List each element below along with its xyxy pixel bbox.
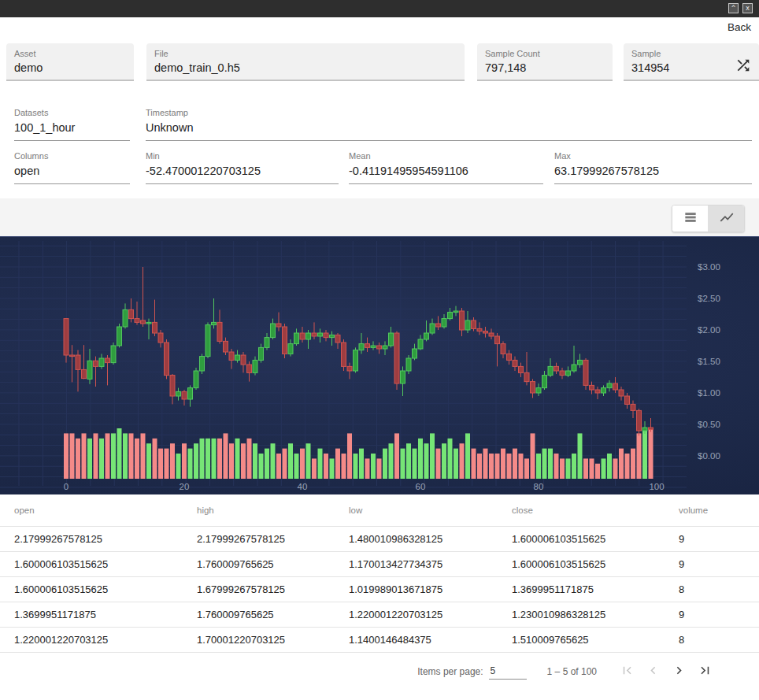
table-cell: 1.510009765625 xyxy=(498,628,665,653)
timestamp-field: Timestamp Unknown xyxy=(146,107,752,141)
window-close-icon[interactable]: x xyxy=(742,3,753,13)
asset-field-value: demo xyxy=(14,61,43,74)
table-cell: 1.170013427734375 xyxy=(335,552,498,577)
table-cell: 1.480010986328125 xyxy=(335,527,498,552)
min-field-label: Min xyxy=(146,150,339,161)
first-page-button[interactable] xyxy=(614,659,640,685)
ohlcv-table-section: openhighlowclosevolume 2.179992675781252… xyxy=(0,494,759,653)
sample-count-field: Sample Count 797,148 xyxy=(477,43,613,81)
datasets-field-label: Datasets xyxy=(14,107,130,117)
view-toggle-group xyxy=(672,205,745,232)
table-cell: 8 xyxy=(665,628,759,653)
sample-count-field-label: Sample Count xyxy=(485,49,540,58)
svg-text:80: 80 xyxy=(534,482,544,491)
column-header-close: close xyxy=(498,494,665,527)
max-field: Max 63.17999267578125 xyxy=(554,150,752,184)
candlestick-chart[interactable]: $3.00$2.50$2.00$1.50$1.00$0.50$0.0002040… xyxy=(0,237,759,494)
table-cell: 1.760009765625 xyxy=(183,602,335,628)
ohlcv-table: openhighlowclosevolume 2.179992675781252… xyxy=(0,494,759,653)
timestamp-field-value: Unknown xyxy=(146,121,752,134)
table-header-row: openhighlowclosevolume xyxy=(0,494,759,527)
table-row: 2.179992675781252.179992675781251.480010… xyxy=(0,527,759,552)
chevron-right-icon xyxy=(672,663,687,680)
svg-text:$1.50: $1.50 xyxy=(698,357,720,366)
table-cell: 1.1400146484375 xyxy=(335,628,498,653)
table-cell: 1.760009765625 xyxy=(183,552,335,577)
asset-field[interactable]: Asset demo xyxy=(6,43,134,81)
table-row: 1.36999511718751.7600097656251.220001220… xyxy=(0,602,759,628)
mean-field: Mean -0.41191495954591106 xyxy=(349,150,543,184)
datasets-field[interactable]: Datasets 100_1_hour xyxy=(14,107,130,141)
svg-text:40: 40 xyxy=(298,482,308,491)
shuffle-icon[interactable] xyxy=(735,57,752,74)
svg-text:$0.00: $0.00 xyxy=(698,451,720,461)
table-cell: 1.600006103515625 xyxy=(498,552,665,577)
sample-field[interactable]: Sample 314954 xyxy=(624,43,759,81)
chart-view-button[interactable] xyxy=(708,206,744,231)
table-cell: 1.3699951171875 xyxy=(498,577,665,602)
window-restore-icon[interactable]: ^ xyxy=(728,3,739,13)
svg-text:$1.00: $1.00 xyxy=(698,388,720,398)
asset-field-label: Asset xyxy=(14,49,36,58)
list-view-button[interactable] xyxy=(672,206,708,231)
first-page-icon xyxy=(620,663,635,680)
min-field: Min -52.470001220703125 xyxy=(146,150,339,184)
table-cell: 1.3699951171875 xyxy=(0,602,183,628)
column-header-open: open xyxy=(0,494,183,527)
sample-count-field-value: 797,148 xyxy=(485,61,526,74)
table-cell: 2.17999267578125 xyxy=(0,527,183,552)
column-header-low: low xyxy=(335,494,498,527)
next-page-button[interactable] xyxy=(666,659,692,685)
chart-toolbar xyxy=(0,198,759,236)
last-page-button[interactable] xyxy=(692,659,718,685)
table-cell: 1.600006103515625 xyxy=(0,552,183,577)
svg-text:$3.00: $3.00 xyxy=(698,262,720,272)
window-titlebar: ^ x xyxy=(0,0,759,17)
paginator: Items per page: 5 1 – 5 of 100 xyxy=(0,654,759,690)
table-cell: 1.019989013671875 xyxy=(335,577,498,602)
svg-text:$0.50: $0.50 xyxy=(698,420,720,429)
table-row: 1.2200012207031251.700012207031251.14001… xyxy=(0,628,759,653)
list-view-icon xyxy=(683,209,698,228)
svg-text:60: 60 xyxy=(416,482,426,491)
table-cell: 9 xyxy=(665,552,759,577)
min-field-value: -52.470001220703125 xyxy=(146,165,339,177)
paginator-range-label: 1 – 5 of 100 xyxy=(547,666,597,677)
table-cell: 1.67999267578125 xyxy=(183,577,335,602)
svg-text:$2.00: $2.00 xyxy=(698,325,720,335)
timestamp-field-label: Timestamp xyxy=(146,107,752,117)
sample-field-label: Sample xyxy=(631,49,661,58)
table-cell: 1.600006103515625 xyxy=(0,577,183,602)
svg-text:0: 0 xyxy=(64,482,68,491)
table-cell: 8 xyxy=(665,577,759,602)
candlestick-chart-panel: $3.00$2.50$2.00$1.50$1.00$0.50$0.0002040… xyxy=(0,236,759,494)
back-button[interactable]: Back xyxy=(728,21,751,33)
table-cell: 9 xyxy=(665,602,759,628)
table-cell: 1.70001220703125 xyxy=(183,628,335,653)
chevron-left-icon xyxy=(646,663,661,680)
table-cell: 1.600006103515625 xyxy=(498,527,665,552)
sample-field-value: 314954 xyxy=(631,61,669,74)
chart-view-icon xyxy=(719,209,735,228)
file-field-label: File xyxy=(154,49,168,58)
table-cell: 2.17999267578125 xyxy=(183,527,335,552)
table-cell: 1.220001220703125 xyxy=(335,602,498,628)
file-field-value: demo_train_0.h5 xyxy=(154,61,240,74)
items-per-page-label: Items per page: xyxy=(417,666,483,677)
max-field-label: Max xyxy=(554,150,752,161)
table-row: 1.6000061035156251.679992675781251.01998… xyxy=(0,577,759,602)
table-row: 1.6000061035156251.7600097656251.1700134… xyxy=(0,552,759,577)
mean-field-value: -0.41191495954591106 xyxy=(349,165,543,177)
table-cell: 1.220001220703125 xyxy=(0,628,183,653)
svg-text:100: 100 xyxy=(649,482,664,491)
items-per-page-select[interactable]: 5 xyxy=(489,664,527,680)
column-header-volume: volume xyxy=(665,494,759,527)
columns-field[interactable]: Columns open xyxy=(14,150,130,184)
table-cell: 9 xyxy=(665,527,759,552)
columns-field-value: open xyxy=(14,165,130,177)
svg-text:20: 20 xyxy=(180,482,190,491)
max-field-value: 63.17999267578125 xyxy=(554,165,752,177)
file-field[interactable]: File demo_train_0.h5 xyxy=(146,43,465,81)
mean-field-label: Mean xyxy=(349,150,543,161)
previous-page-button[interactable] xyxy=(640,659,666,685)
